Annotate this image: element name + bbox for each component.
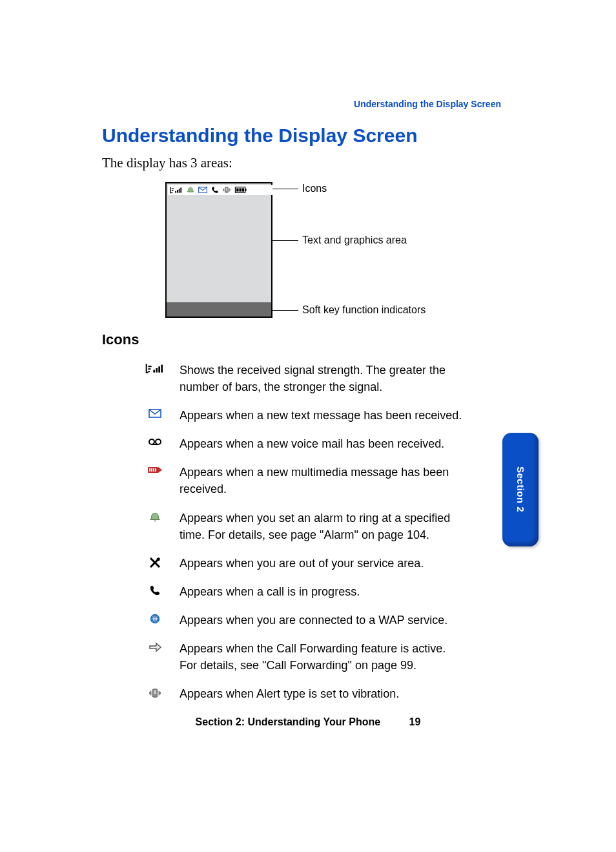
phone-status-bar xyxy=(168,185,272,195)
vibration-icon xyxy=(223,186,231,194)
page-footer: Section 2: Understanding Your Phone 19 xyxy=(0,716,616,728)
vibration-icon xyxy=(149,687,161,700)
text-message-icon xyxy=(148,408,162,419)
icon-desc: Appears when you are connected to a WAP … xyxy=(180,612,465,629)
phone-softkey-bar xyxy=(167,302,271,317)
call-forwarding-icon xyxy=(148,641,162,653)
voicemail-icon xyxy=(147,437,163,447)
diagram-label-icons: Icons xyxy=(302,183,327,194)
icon-desc: Appears when a call is in progress. xyxy=(180,583,465,600)
icon-desc: Appears when you are out of your service… xyxy=(180,555,465,572)
icon-desc: Appears when a new voice mail has been r… xyxy=(180,435,465,452)
diagram-label-text-area: Text and graphics area xyxy=(302,234,407,246)
phone-screen-box xyxy=(165,182,272,318)
footer-section-title: Section 2: Understanding Your Phone xyxy=(196,716,381,727)
page-title: Understanding the Display Screen xyxy=(102,125,417,147)
footer-page-number: 19 xyxy=(409,716,421,727)
icon-desc: Appears when the Call Forwarding feature… xyxy=(180,640,465,674)
text-message-icon xyxy=(198,186,207,194)
wap-service-icon xyxy=(149,613,161,625)
signal-strength-icon xyxy=(170,186,183,194)
icon-desc: Shows the received signal strength. The … xyxy=(180,362,465,395)
signal-strength-icon xyxy=(145,363,165,373)
icon-desc: Appears when you set an alarm to ring at… xyxy=(180,510,465,543)
display-diagram: Icons Text and graphics area Soft key fu… xyxy=(165,182,443,320)
no-service-icon xyxy=(149,556,161,569)
icon-definition-list: Shows the received signal strength. The … xyxy=(142,362,465,714)
call-in-progress-icon xyxy=(149,585,161,596)
section-tab-label: Section 2 xyxy=(515,466,526,512)
icon-desc: Appears when a new multimedia message ha… xyxy=(180,464,465,497)
battery-icon xyxy=(234,186,247,194)
icon-desc: Appears when Alert type is set to vibrat… xyxy=(180,685,465,702)
icons-heading: Icons xyxy=(102,331,139,348)
intro-text: The display has 3 areas: xyxy=(102,155,232,171)
running-header: Understanding the Display Screen xyxy=(354,99,501,109)
section-tab: Section 2 xyxy=(502,433,539,546)
alarm-icon xyxy=(187,186,194,194)
alarm-icon xyxy=(149,511,161,523)
icon-desc: Appears when a new text message has been… xyxy=(180,407,465,424)
multimedia-message-icon xyxy=(145,465,165,475)
call-in-progress-icon xyxy=(211,186,219,194)
diagram-label-softkey: Soft key function indicators xyxy=(302,304,426,316)
